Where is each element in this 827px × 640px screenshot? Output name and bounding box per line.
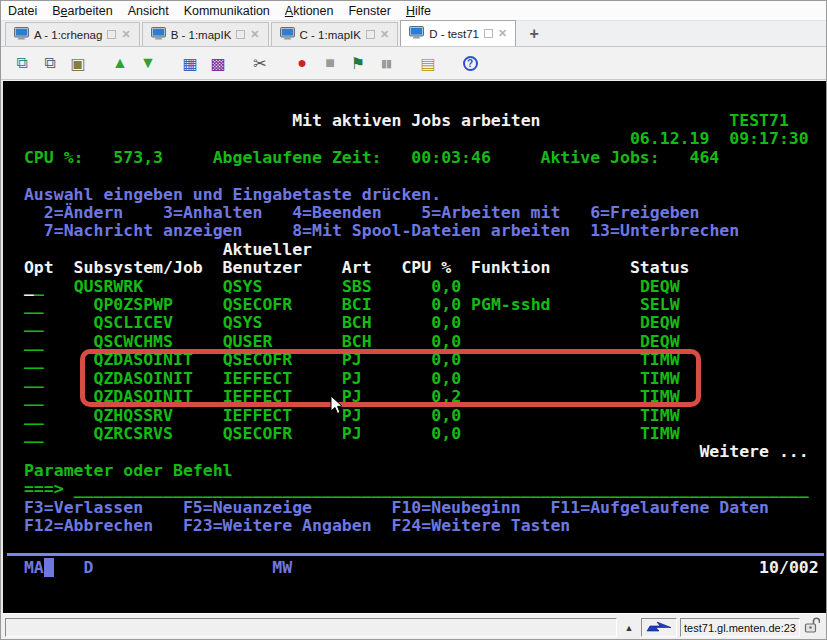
tab-close-icon[interactable]: ✕ xyxy=(380,28,389,41)
download-icon[interactable]: ▼ xyxy=(135,51,161,75)
menu-item-bearbeiten[interactable]: Bearbeiten xyxy=(52,4,112,18)
display-settings-icon[interactable]: ▦ xyxy=(177,51,203,75)
keyboard-remap-icon[interactable]: ✂ xyxy=(247,51,273,75)
menu-item-kommunikation[interactable]: Kommunikation xyxy=(184,4,270,18)
host-address: test71.gl.menten.de:23 xyxy=(680,618,800,637)
tab-restore-icon[interactable] xyxy=(107,30,116,39)
tab-restore-icon[interactable] xyxy=(484,29,493,38)
menu-bar: DateiBearbeitenAnsichtKommunikationAktio… xyxy=(1,1,826,21)
session-monitor-icon xyxy=(409,26,424,41)
tab-close-icon[interactable]: ✕ xyxy=(498,27,507,40)
session-tab-b-1-mapik[interactable]: B - 1:mapIK✕ xyxy=(142,22,269,46)
scroll-up-icon: ▲ xyxy=(625,623,634,633)
status-scroll-up-button[interactable]: ▲ xyxy=(620,619,638,637)
stop-macro-icon[interactable]: ■ xyxy=(317,51,343,75)
tab-restore-icon[interactable] xyxy=(366,30,375,39)
terminal-text: Mit aktiven Jobs arbeiten TEST71 06.12.1… xyxy=(14,112,809,535)
status-bar: ▲ test71.gl.menten.de:23 xyxy=(1,613,827,640)
color-mapping-icon[interactable]: ▩ xyxy=(205,51,231,75)
session-monitor-icon xyxy=(151,27,166,42)
session-tab-d-test71[interactable]: D - test71✕ xyxy=(400,20,516,46)
new-session-tab-button[interactable]: + xyxy=(521,23,547,45)
session-tab-label: D - test71 xyxy=(429,28,479,40)
upload-icon[interactable]: ▲ xyxy=(107,51,133,75)
paste-icon[interactable]: ▣ xyxy=(65,51,91,75)
oia-separator xyxy=(7,553,824,556)
oia-status-row: MA D MW 10/002 xyxy=(14,559,819,577)
menu-item-hilfe[interactable]: Hilfe xyxy=(406,4,431,18)
tab-close-icon[interactable]: ✕ xyxy=(121,28,130,41)
session-monitor-icon xyxy=(14,27,29,42)
terminal-screen[interactable]: Mit aktiven Jobs arbeiten TEST71 06.12.1… xyxy=(1,81,827,613)
connection-status-panel xyxy=(641,618,677,637)
mouse-cursor-icon xyxy=(330,395,343,419)
help-icon[interactable]: ? xyxy=(457,51,483,75)
session-tab-c-1-mapik[interactable]: C - 1:mapIK✕ xyxy=(271,22,399,46)
menu-item-datei[interactable]: Datei xyxy=(8,4,37,18)
unlocked-padlock-icon xyxy=(804,617,820,638)
session-tab-label: A - 1:crhenag xyxy=(34,29,102,41)
menu-item-aktionen[interactable]: Aktionen xyxy=(285,4,334,18)
session-tab-bar: A - 1:crhenag✕B - 1:mapIK✕C - 1:mapIK✕D … xyxy=(1,21,826,47)
toolbar: ⧉⧉▣▲▼▦▩✂●■⚑▮▮▤? xyxy=(1,47,826,80)
record-macro-icon[interactable]: ● xyxy=(289,51,315,75)
status-message-panel xyxy=(5,618,617,637)
session-tab-label: C - 1:mapIK xyxy=(300,29,361,41)
security-indicator xyxy=(804,617,820,638)
capture-screen-icon[interactable]: ⧉ xyxy=(9,51,35,75)
tab-restore-icon[interactable] xyxy=(236,30,245,39)
menu-item-fenster[interactable]: Fenster xyxy=(348,4,390,18)
copy-icon[interactable]: ⧉ xyxy=(37,51,63,75)
session-monitor-icon xyxy=(280,27,295,42)
session-tab-label: B - 1:mapIK xyxy=(171,29,232,41)
session-tab-a-1-crhenag[interactable]: A - 1:crhenag✕ xyxy=(5,22,140,46)
menu-item-ansicht[interactable]: Ansicht xyxy=(128,4,169,18)
play-macro-icon[interactable]: ⚑ xyxy=(345,51,371,75)
tab-close-icon[interactable]: ✕ xyxy=(250,28,259,41)
connection-lightning-icon xyxy=(646,619,672,637)
notepad-icon[interactable]: ▤ xyxy=(415,51,441,75)
pause-macro-icon[interactable]: ▮▮ xyxy=(373,51,399,75)
